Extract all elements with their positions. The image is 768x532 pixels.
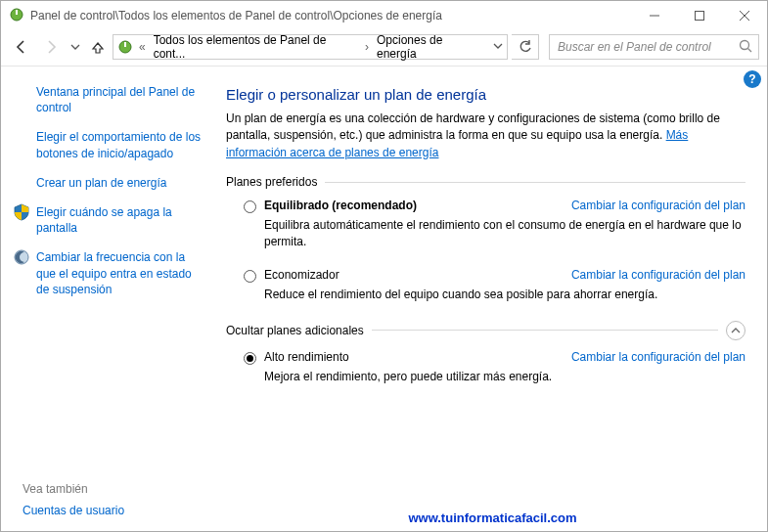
svg-rect-3	[696, 12, 704, 21]
up-button[interactable]	[87, 34, 109, 60]
breadcrumb-item[interactable]: Todos los elementos de Panel de cont...	[152, 31, 359, 63]
moon-icon	[13, 248, 30, 266]
change-plan-settings-link[interactable]: Cambiar la configuración del plan	[571, 350, 745, 364]
divider	[325, 182, 745, 183]
desc-text: Un plan de energía es una colección de h…	[226, 111, 720, 142]
group-label: Planes preferidos	[226, 175, 317, 189]
content: ? Elegir o personalizar un plan de energ…	[218, 66, 767, 531]
control-panel-icon	[117, 39, 133, 55]
radio-balanced[interactable]	[244, 200, 256, 213]
plan-description: Mejora el rendimiento, pero puede utiliz…	[264, 369, 745, 385]
maximize-button[interactable]	[677, 1, 722, 30]
search-input[interactable]	[556, 39, 733, 55]
search-icon[interactable]	[739, 39, 752, 56]
plan-high-performance: Alto rendimiento Cambiar la configuració…	[226, 350, 745, 385]
svg-rect-7	[124, 42, 126, 47]
plan-name[interactable]: Economizador	[264, 268, 339, 282]
shield-icon	[13, 203, 30, 221]
group-preferred-plans: Planes preferidos	[226, 175, 745, 189]
nav-row: « Todos los elementos de Panel de cont..…	[1, 30, 767, 64]
page-description: Un plan de energía es una colección de h…	[226, 111, 745, 161]
svg-rect-1	[16, 10, 18, 15]
sidebar: Ventana principal del Panel de control E…	[1, 66, 218, 531]
plan-name[interactable]: Equilibrado (recomendado)	[264, 199, 417, 212]
titlebar: Panel de control\Todos los elementos de …	[1, 1, 767, 30]
svg-line-9	[748, 48, 752, 52]
collapse-toggle[interactable]	[726, 321, 745, 340]
sidebar-item-display-off[interactable]: Elegir cuándo se apaga la pantalla	[11, 200, 208, 240]
change-plan-settings-link[interactable]: Cambiar la configuración del plan	[571, 268, 745, 282]
search-box[interactable]	[549, 34, 759, 60]
control-panel-icon	[9, 7, 24, 25]
plan-description: Equilibra automáticamente el rendimiento…	[264, 217, 745, 250]
plan-description: Reduce el rendimiento del equipo cuando …	[264, 287, 745, 303]
sidebar-item-buttons[interactable]: Elegir el comportamiento de los botones …	[11, 125, 208, 164]
forward-button[interactable]	[38, 34, 64, 60]
sidebar-home-link[interactable]: Ventana principal del Panel de control	[11, 80, 208, 119]
radio-high-performance[interactable]	[244, 352, 256, 365]
plan-saver: Economizador Cambiar la configuración de…	[226, 268, 745, 303]
plan-name[interactable]: Alto rendimiento	[264, 350, 349, 364]
window-controls	[632, 1, 767, 30]
svg-point-8	[741, 40, 749, 49]
breadcrumb-prefix: «	[137, 40, 148, 54]
change-plan-settings-link[interactable]: Cambiar la configuración del plan	[571, 199, 745, 212]
group-label: Ocultar planes adicionales	[226, 324, 364, 337]
sidebar-item-label: Cambiar la frecuencia con la que el equi…	[36, 250, 192, 295]
back-button[interactable]	[9, 34, 34, 60]
refresh-button[interactable]	[512, 34, 539, 60]
close-button[interactable]	[722, 1, 767, 30]
sidebar-item-create-plan[interactable]: Crear un plan de energía	[11, 171, 208, 195]
address-bar[interactable]: « Todos los elementos de Panel de cont..…	[113, 34, 508, 60]
help-icon[interactable]: ?	[744, 70, 761, 88]
see-also-header: Vea también	[23, 482, 208, 496]
recent-locations-button[interactable]	[68, 42, 83, 52]
window-title: Panel de control\Todos los elementos de …	[30, 9, 632, 22]
sidebar-item-sleep[interactable]: Cambiar la frecuencia con la que el equi…	[11, 245, 208, 301]
sidebar-item-label: Elegir cuándo se apaga la pantalla	[36, 205, 172, 235]
radio-saver[interactable]	[244, 270, 256, 283]
main-area: Ventana principal del Panel de control E…	[1, 66, 767, 531]
page-title: Elegir o personalizar un plan de energía	[226, 86, 745, 103]
chevron-right-icon: ›	[363, 40, 371, 54]
minimize-button[interactable]	[632, 1, 677, 30]
breadcrumb-item[interactable]: Opciones de energía	[375, 31, 485, 63]
see-also-link[interactable]: Cuentas de usuario	[23, 504, 208, 517]
plan-balanced: Equilibrado (recomendado) Cambiar la con…	[226, 199, 745, 250]
see-also-section: Vea también Cuentas de usuario	[23, 482, 208, 517]
divider	[372, 330, 718, 331]
group-additional-plans: Ocultar planes adicionales	[226, 321, 745, 340]
chevron-down-icon[interactable]	[493, 40, 503, 54]
watermark: www.tuinformaticafacil.com	[218, 510, 767, 525]
